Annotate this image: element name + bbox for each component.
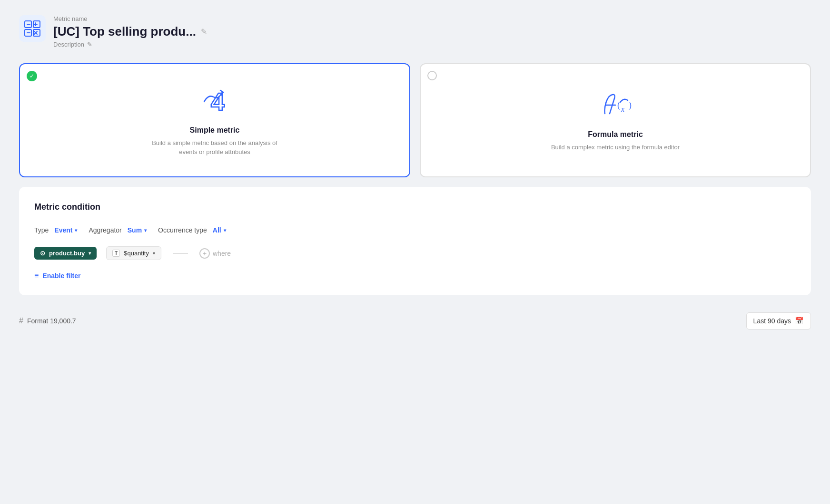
description-row[interactable]: Description ✎: [53, 41, 207, 48]
quantity-name: $quantity: [124, 250, 149, 257]
svg-text:x: x: [621, 105, 624, 113]
aggregator-dropdown[interactable]: Sum ▾: [126, 225, 148, 235]
panel-title: Metric condition: [34, 202, 796, 212]
occurrence-value: All: [213, 226, 221, 234]
formula-metric-desc: Build a complex metric using the formula…: [551, 143, 680, 152]
simple-metric-title: Simple metric: [190, 126, 240, 135]
metric-icon: [19, 15, 46, 42]
svg-text:): ): [629, 100, 632, 110]
svg-rect-3: [33, 29, 40, 36]
formula-metric-icon: x ( ): [596, 88, 634, 122]
aggregator-chevron-icon: ▾: [144, 228, 147, 233]
metric-condition-panel: Metric condition Type Event ▾ Aggregator…: [19, 187, 811, 295]
condition-controls-row: Type Event ▾ Aggregator Sum ▾ Occurrence…: [34, 225, 796, 235]
occurrence-field: Occurrence type All ▾: [158, 225, 228, 235]
svg-text:(: (: [617, 100, 620, 110]
date-range-button[interactable]: Last 90 days 📅: [746, 312, 811, 330]
format-row: # Format 19,000.7: [19, 317, 76, 325]
plus-circle-icon: +: [199, 248, 210, 259]
metric-title: [UC] Top selling produ...: [53, 24, 196, 39]
quantity-type-badge: T: [112, 250, 120, 257]
enable-filter-button[interactable]: ≡ Enable filter: [34, 271, 80, 280]
footer: # Format 19,000.7 Last 90 days 📅: [19, 305, 811, 337]
where-label: where: [213, 250, 231, 257]
header-info: Metric name [UC] Top selling produ... ✎ …: [53, 15, 207, 48]
connector-line: [173, 253, 188, 254]
type-chevron-icon: ▾: [75, 228, 77, 233]
event-field-row: ⊙ product.buy ▾ T $quantity ▾ + where: [34, 246, 796, 260]
event-pill[interactable]: ⊙ product.buy ▾: [34, 247, 97, 260]
type-value: Event: [54, 226, 72, 234]
description-label: Description: [53, 41, 84, 48]
filter-icon: ≡: [34, 271, 39, 280]
aggregator-value: Sum: [128, 226, 142, 234]
occurrence-label: Occurrence type: [158, 226, 207, 234]
metric-type-cards: ✓ 4 Simple metric Build a simple metric …: [19, 63, 811, 177]
event-name: product.buy: [49, 250, 85, 257]
simple-metric-card[interactable]: ✓ 4 Simple metric Build a simple metric …: [19, 63, 410, 177]
event-chevron-icon: ▾: [89, 251, 91, 256]
page-header: Metric name [UC] Top selling produ... ✎ …: [19, 15, 811, 48]
edit-title-icon[interactable]: ✎: [201, 27, 207, 36]
selected-check-icon: ✓: [27, 71, 37, 81]
occurrence-dropdown[interactable]: All ▾: [211, 225, 228, 235]
type-label: Type: [34, 226, 49, 234]
format-label: Format 19,000.7: [27, 317, 76, 325]
aggregator-label: Aggregator: [89, 226, 121, 234]
formula-metric-card[interactable]: x ( ) Formula metric Build a complex met…: [420, 63, 811, 177]
simple-metric-icon: 4: [198, 84, 232, 117]
type-field: Type Event ▾: [34, 225, 79, 235]
type-dropdown[interactable]: Event ▾: [52, 225, 79, 235]
quantity-chevron-icon: ▾: [153, 251, 155, 256]
formula-radio[interactable]: [427, 71, 437, 80]
date-range-label: Last 90 days: [753, 317, 791, 325]
event-pill-icon: ⊙: [40, 250, 45, 257]
quantity-pill[interactable]: T $quantity ▾: [106, 246, 161, 260]
calendar-icon: 📅: [795, 317, 804, 325]
format-hash-icon: #: [19, 317, 23, 325]
where-button[interactable]: + where: [199, 248, 231, 259]
aggregator-field: Aggregator Sum ▾: [89, 225, 148, 235]
occurrence-chevron-icon: ▾: [224, 228, 226, 233]
metric-name-label: Metric name: [53, 15, 207, 22]
edit-description-icon[interactable]: ✎: [87, 41, 92, 48]
enable-filter-label: Enable filter: [42, 272, 80, 280]
formula-metric-title: Formula metric: [588, 130, 643, 139]
simple-metric-desc: Build a simple metric based on the analy…: [148, 138, 281, 157]
